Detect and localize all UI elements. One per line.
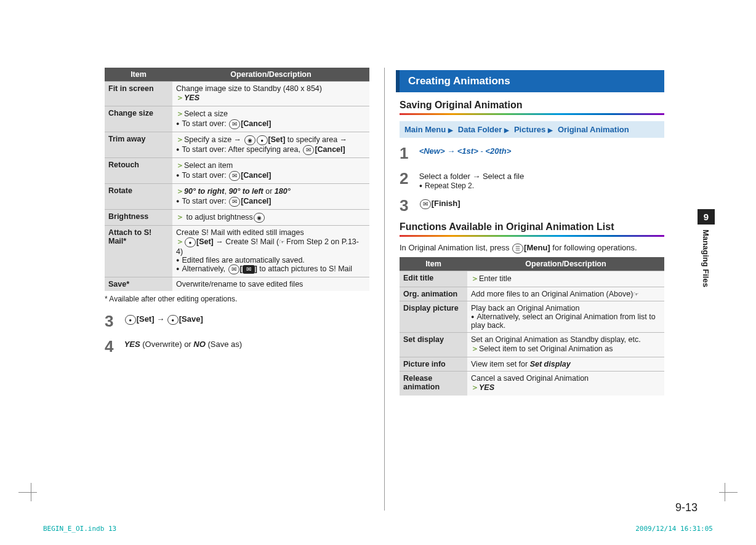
row-item: Change size (105, 106, 172, 132)
line-text: Play back an Original Animation (471, 304, 579, 312)
bold-label: [Cancel] (241, 197, 271, 205)
table-row: Retouch＞Select an itemTo start over: [Ca… (105, 158, 369, 184)
line-text: Specify a size → (184, 135, 244, 144)
row-item: Attach to S! Mail* (105, 226, 172, 277)
center-key-icon (167, 315, 179, 325)
chapter-label: Managing Files (698, 225, 714, 296)
crumb: Pictures (514, 125, 545, 134)
table-row: Attach to S! Mail*Create S! Mail with ed… (105, 226, 369, 277)
bolditalic-label: YES (184, 93, 199, 102)
mail-key-icon (229, 197, 240, 207)
row-item: Display picture (400, 301, 467, 332)
line-text: To start over: After specifying area, (182, 145, 302, 154)
yes-label: YES (124, 340, 140, 349)
line-text: Edited files are automatically saved. (182, 256, 304, 265)
line-text: to attach pictures to S! Mail (257, 265, 352, 273)
line-text: Above) (609, 290, 633, 298)
row-item: Trim away (105, 132, 172, 158)
line-text: → Create S! Mail ( (214, 237, 279, 246)
line-text: View item set for (471, 360, 530, 368)
triangle-icon: ▶ (448, 127, 453, 133)
row-item: Set display (400, 332, 467, 357)
step-number: 3 (400, 196, 417, 215)
chevron-icon: ＞ (176, 135, 184, 144)
step-2: 2 Select a folder → Select a file Repeat… (400, 169, 664, 190)
chevron-icon: ＞ (176, 213, 184, 221)
bolditalic-label: 90° to right (184, 187, 224, 196)
chevron-icon: ＞ (176, 187, 184, 196)
th-desc: Operation/Description (172, 68, 369, 82)
chapter-number: 9 (698, 209, 715, 225)
row-item: Brightness (105, 210, 172, 226)
table-row: Display picturePlay back an Original Ani… (400, 301, 664, 332)
row-desc: Create S! Mail with edited still images＞… (172, 226, 369, 277)
hand-icon (633, 290, 640, 298)
table-row: Trim away＞Specify a size → [Set] to spec… (105, 132, 369, 158)
table-row: Set displaySet an Original Animation as … (400, 332, 664, 357)
last-label: <20th> (485, 146, 511, 156)
center-key-icon (125, 315, 136, 325)
line-text: Alternatively, select an Original Animat… (471, 312, 656, 330)
crumb: Data Folder (458, 125, 502, 134)
step-number: 2 (400, 169, 417, 188)
column-divider (384, 68, 385, 511)
hand-icon (279, 237, 286, 246)
mail-key-icon (229, 171, 240, 181)
step-body: Select a folder → Select a file Repeat S… (419, 169, 664, 190)
row-item: Picture info (400, 357, 467, 371)
chapter-tab: 9 Managing Files (698, 209, 715, 296)
editing-operations-table: Item Operation/Description Fit in screen… (105, 68, 369, 291)
step-number: 1 (400, 144, 417, 163)
line-text: Create S! Mail with edited still images (176, 228, 304, 237)
save-label: [Save] (179, 314, 203, 324)
chevron-icon: ＞ (471, 344, 479, 353)
bold-label: [Set] (196, 237, 214, 246)
set-label: [Set] (137, 314, 155, 324)
table-row: Brightness＞ to adjust brightness (105, 210, 369, 226)
line-text: Select an item (184, 161, 233, 170)
mail-key-icon (420, 199, 431, 209)
center-key-icon (257, 135, 268, 145)
saveas-text: (Save as) (206, 340, 242, 349)
row-desc: ＞90° to right, 90° to left or 180°To sta… (172, 184, 369, 210)
step-bullet: Repeat Step 2. (419, 181, 475, 190)
first-label: <1st> (457, 146, 478, 156)
step-1: 1 <New> → <1st> - <20th> (400, 144, 664, 163)
row-desc: ＞Specify a size → [Set] to specify area … (172, 132, 369, 158)
page-number: 9-13 (675, 501, 698, 514)
menu-label: [Menu] (524, 243, 550, 252)
nav-key-icon (244, 135, 255, 145)
mail-key-icon (303, 145, 314, 155)
row-desc: ＞Select an itemTo start over: [Cancel] (172, 158, 369, 184)
table-row: Rotate＞90° to right, 90° to left or 180°… (105, 184, 369, 210)
row-desc: ＞Select a sizeTo start over: [Cancel] (172, 106, 369, 132)
bolditalic-label: 180° (275, 187, 291, 196)
step-body: [Finish] (419, 196, 664, 209)
rainbow-rule (400, 113, 664, 115)
subhead-saving: Saving Original Animation (400, 100, 664, 111)
table-row: Picture infoView item set for Set displa… (400, 357, 664, 371)
row-desc: ＞ to adjust brightness (172, 210, 369, 226)
footer-right: 2009/12/14 16:31:05 (635, 525, 713, 533)
line-text: Enter title (479, 274, 512, 283)
crumb: Main Menu (404, 125, 446, 134)
animation-functions-table: Item Operation/Description Edit title＞En… (400, 257, 664, 396)
step-3: 3 [Set] → [Save] (105, 312, 369, 331)
step-4: 4 YES (Overwrite) or NO (Save as) (105, 337, 369, 356)
chevron-icon: ＞ (471, 383, 479, 392)
step-number: 4 (105, 337, 122, 356)
table-row: Fit in screenChange image size to Standb… (105, 82, 369, 106)
intro-text: In Original Animation list, press [Menu]… (400, 243, 664, 253)
triangle-icon: ▶ (548, 127, 553, 133)
step-text: Select a folder → Select a file (419, 172, 525, 181)
arrow: → (156, 314, 167, 324)
row-item: Fit in screen (105, 82, 172, 106)
center-key-icon (185, 237, 196, 247)
page: Item Operation/Description Fit in screen… (0, 0, 756, 511)
row-item: Save* (105, 277, 172, 292)
footnote: * Available after other editing operatio… (105, 295, 369, 303)
row-desc: Add more files to an Original Animation … (467, 287, 664, 301)
line-text: Cancel a saved Original Animation (471, 374, 589, 383)
row-desc: Set an Original Animation as Standby dis… (467, 332, 664, 357)
intro-post: for following operations. (550, 243, 637, 252)
